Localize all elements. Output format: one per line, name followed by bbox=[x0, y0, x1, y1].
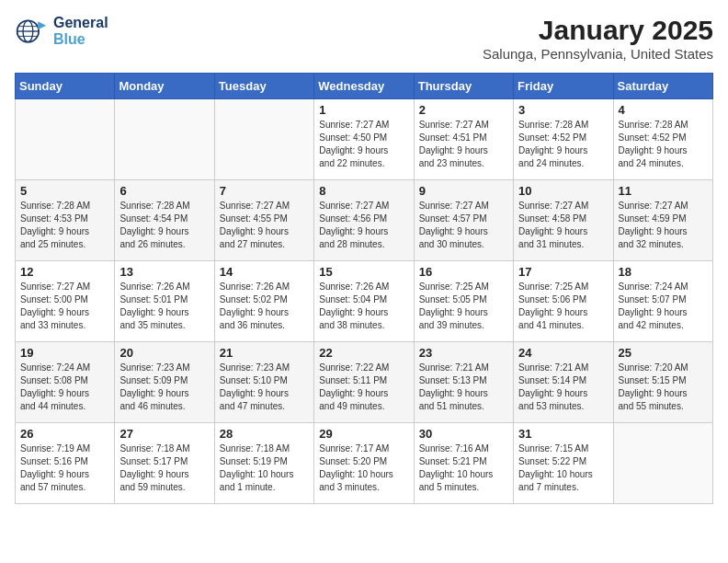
day-info: Sunrise: 7:27 AMSunset: 4:57 PMDaylight:… bbox=[419, 200, 508, 251]
day-number: 17 bbox=[518, 265, 608, 279]
calendar-cell: 16Sunrise: 7:25 AMSunset: 5:05 PMDayligh… bbox=[414, 261, 513, 342]
calendar-cell bbox=[214, 99, 313, 180]
calendar-cell: 15Sunrise: 7:26 AMSunset: 5:04 PMDayligh… bbox=[314, 261, 414, 342]
calendar-cell: 11Sunrise: 7:27 AMSunset: 4:59 PMDayligh… bbox=[613, 180, 712, 261]
day-number: 24 bbox=[518, 346, 608, 360]
calendar-week-3: 12Sunrise: 7:27 AMSunset: 5:00 PMDayligh… bbox=[16, 261, 713, 342]
day-number: 18 bbox=[619, 265, 708, 279]
day-info: Sunrise: 7:23 AMSunset: 5:09 PMDaylight:… bbox=[119, 362, 209, 413]
day-info: Sunrise: 7:28 AMSunset: 4:52 PMDaylight:… bbox=[518, 119, 608, 170]
calendar-cell: 3Sunrise: 7:28 AMSunset: 4:52 PMDaylight… bbox=[514, 99, 613, 180]
day-number: 12 bbox=[20, 265, 109, 279]
day-number: 14 bbox=[220, 265, 309, 279]
calendar-cell: 21Sunrise: 7:23 AMSunset: 5:10 PMDayligh… bbox=[214, 342, 313, 423]
calendar-cell bbox=[115, 99, 214, 180]
day-info: Sunrise: 7:27 AMSunset: 4:55 PMDaylight:… bbox=[220, 200, 309, 251]
day-info: Sunrise: 7:23 AMSunset: 5:10 PMDaylight:… bbox=[220, 362, 309, 413]
day-info: Sunrise: 7:28 AMSunset: 4:53 PMDaylight:… bbox=[20, 200, 109, 251]
day-number: 13 bbox=[119, 265, 209, 279]
calendar-week-2: 5Sunrise: 7:28 AMSunset: 4:53 PMDaylight… bbox=[16, 180, 713, 261]
calendar-week-1: 1Sunrise: 7:27 AMSunset: 4:50 PMDaylight… bbox=[16, 99, 713, 180]
day-info: Sunrise: 7:27 AMSunset: 5:00 PMDaylight:… bbox=[20, 281, 109, 332]
day-info: Sunrise: 7:25 AMSunset: 5:05 PMDaylight:… bbox=[419, 281, 508, 332]
day-number: 16 bbox=[419, 265, 508, 279]
day-info: Sunrise: 7:28 AMSunset: 4:54 PMDaylight:… bbox=[119, 200, 209, 251]
day-info: Sunrise: 7:27 AMSunset: 4:58 PMDaylight:… bbox=[518, 200, 608, 251]
calendar-cell: 12Sunrise: 7:27 AMSunset: 5:00 PMDayligh… bbox=[16, 261, 115, 342]
day-info: Sunrise: 7:25 AMSunset: 5:06 PMDaylight:… bbox=[518, 281, 608, 332]
calendar-cell: 7Sunrise: 7:27 AMSunset: 4:55 PMDaylight… bbox=[214, 180, 313, 261]
day-info: Sunrise: 7:17 AMSunset: 5:20 PMDaylight:… bbox=[319, 442, 408, 494]
day-info: Sunrise: 7:18 AMSunset: 5:17 PMDaylight:… bbox=[119, 442, 209, 494]
calendar-table: SundayMondayTuesdayWednesdayThursdayFrid… bbox=[15, 73, 713, 504]
calendar-cell: 1Sunrise: 7:27 AMSunset: 4:50 PMDaylight… bbox=[314, 99, 414, 180]
day-number: 21 bbox=[220, 346, 309, 360]
day-number: 11 bbox=[619, 184, 708, 198]
calendar-cell: 19Sunrise: 7:24 AMSunset: 5:08 PMDayligh… bbox=[16, 342, 115, 423]
day-number: 6 bbox=[119, 184, 209, 198]
calendar-cell: 4Sunrise: 7:28 AMSunset: 4:52 PMDaylight… bbox=[613, 99, 712, 180]
day-info: Sunrise: 7:20 AMSunset: 5:15 PMDaylight:… bbox=[619, 362, 708, 413]
calendar-cell bbox=[16, 99, 115, 180]
calendar-cell: 22Sunrise: 7:22 AMSunset: 5:11 PMDayligh… bbox=[314, 342, 414, 423]
day-info: Sunrise: 7:24 AMSunset: 5:07 PMDaylight:… bbox=[619, 281, 708, 332]
day-number: 29 bbox=[319, 427, 408, 441]
day-number: 10 bbox=[518, 184, 608, 198]
day-info: Sunrise: 7:19 AMSunset: 5:16 PMDaylight:… bbox=[20, 442, 109, 494]
calendar-cell bbox=[613, 423, 712, 504]
calendar-cell: 5Sunrise: 7:28 AMSunset: 4:53 PMDaylight… bbox=[16, 180, 115, 261]
day-info: Sunrise: 7:18 AMSunset: 5:19 PMDaylight:… bbox=[220, 442, 309, 494]
day-number: 22 bbox=[319, 346, 408, 360]
header: General Blue January 2025 Salunga, Penns… bbox=[15, 15, 713, 62]
title-area: January 2025 Salunga, Pennsylvania, Unit… bbox=[483, 15, 713, 62]
calendar-header-row: SundayMondayTuesdayWednesdayThursdayFrid… bbox=[16, 74, 713, 99]
day-number: 26 bbox=[20, 427, 109, 441]
calendar-cell: 27Sunrise: 7:18 AMSunset: 5:17 PMDayligh… bbox=[115, 423, 214, 504]
calendar-title: January 2025 bbox=[483, 15, 713, 46]
day-info: Sunrise: 7:26 AMSunset: 5:01 PMDaylight:… bbox=[119, 281, 209, 332]
day-info: Sunrise: 7:24 AMSunset: 5:08 PMDaylight:… bbox=[20, 362, 109, 413]
logo-text: General Blue bbox=[53, 15, 108, 48]
calendar-cell: 23Sunrise: 7:21 AMSunset: 5:13 PMDayligh… bbox=[414, 342, 513, 423]
header-sunday: Sunday bbox=[16, 74, 115, 99]
day-info: Sunrise: 7:22 AMSunset: 5:11 PMDaylight:… bbox=[319, 362, 408, 413]
day-number: 4 bbox=[619, 103, 708, 117]
day-number: 3 bbox=[518, 103, 608, 117]
calendar-cell: 17Sunrise: 7:25 AMSunset: 5:06 PMDayligh… bbox=[514, 261, 613, 342]
day-number: 9 bbox=[419, 184, 508, 198]
header-monday: Monday bbox=[115, 74, 214, 99]
day-number: 8 bbox=[319, 184, 408, 198]
calendar-cell: 31Sunrise: 7:15 AMSunset: 5:22 PMDayligh… bbox=[514, 423, 613, 504]
day-info: Sunrise: 7:16 AMSunset: 5:21 PMDaylight:… bbox=[419, 442, 508, 494]
day-number: 20 bbox=[119, 346, 209, 360]
calendar-cell: 13Sunrise: 7:26 AMSunset: 5:01 PMDayligh… bbox=[115, 261, 214, 342]
day-number: 5 bbox=[20, 184, 109, 198]
day-number: 7 bbox=[220, 184, 309, 198]
logo-icon bbox=[15, 15, 48, 48]
calendar-cell: 29Sunrise: 7:17 AMSunset: 5:20 PMDayligh… bbox=[314, 423, 414, 504]
calendar-week-4: 19Sunrise: 7:24 AMSunset: 5:08 PMDayligh… bbox=[16, 342, 713, 423]
calendar-cell: 14Sunrise: 7:26 AMSunset: 5:02 PMDayligh… bbox=[214, 261, 313, 342]
calendar-cell: 9Sunrise: 7:27 AMSunset: 4:57 PMDaylight… bbox=[414, 180, 513, 261]
calendar-cell: 8Sunrise: 7:27 AMSunset: 4:56 PMDaylight… bbox=[314, 180, 414, 261]
calendar-subtitle: Salunga, Pennsylvania, United States bbox=[483, 46, 713, 62]
day-number: 30 bbox=[419, 427, 508, 441]
calendar-cell: 25Sunrise: 7:20 AMSunset: 5:15 PMDayligh… bbox=[613, 342, 712, 423]
header-tuesday: Tuesday bbox=[214, 74, 313, 99]
day-info: Sunrise: 7:15 AMSunset: 5:22 PMDaylight:… bbox=[518, 442, 608, 494]
calendar-cell: 10Sunrise: 7:27 AMSunset: 4:58 PMDayligh… bbox=[514, 180, 613, 261]
logo: General Blue bbox=[15, 15, 108, 48]
header-friday: Friday bbox=[514, 74, 613, 99]
day-info: Sunrise: 7:26 AMSunset: 5:02 PMDaylight:… bbox=[220, 281, 309, 332]
day-number: 27 bbox=[119, 427, 209, 441]
day-info: Sunrise: 7:27 AMSunset: 4:50 PMDaylight:… bbox=[319, 119, 408, 170]
calendar-cell: 28Sunrise: 7:18 AMSunset: 5:19 PMDayligh… bbox=[214, 423, 313, 504]
day-number: 15 bbox=[319, 265, 408, 279]
calendar-cell: 20Sunrise: 7:23 AMSunset: 5:09 PMDayligh… bbox=[115, 342, 214, 423]
day-info: Sunrise: 7:27 AMSunset: 4:51 PMDaylight:… bbox=[419, 119, 508, 170]
day-number: 25 bbox=[619, 346, 708, 360]
day-number: 23 bbox=[419, 346, 508, 360]
calendar-cell: 18Sunrise: 7:24 AMSunset: 5:07 PMDayligh… bbox=[613, 261, 712, 342]
day-info: Sunrise: 7:27 AMSunset: 4:59 PMDaylight:… bbox=[619, 200, 708, 251]
calendar-cell: 26Sunrise: 7:19 AMSunset: 5:16 PMDayligh… bbox=[16, 423, 115, 504]
